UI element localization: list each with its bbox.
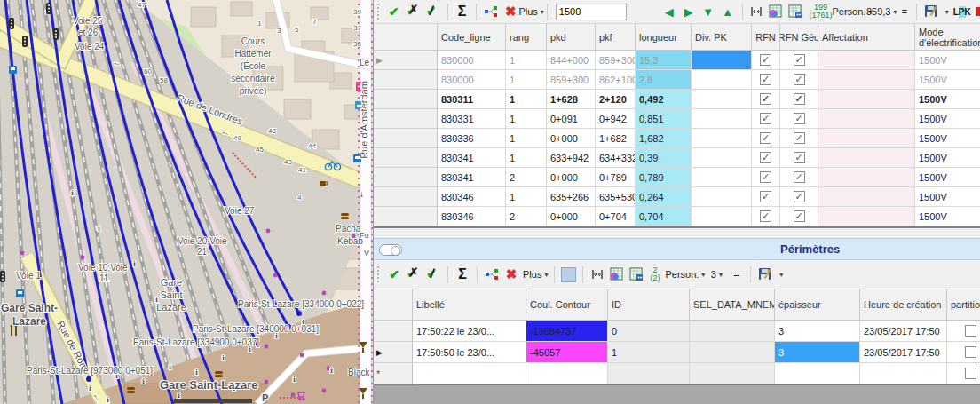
cell-longueur[interactable]: 0,704	[636, 207, 692, 226]
cell-id[interactable]: 0	[608, 321, 690, 342]
plus-menu-button[interactable]: Plus▾	[523, 265, 548, 283]
checkbox-checked[interactable]	[760, 171, 771, 183]
checkbox-checked[interactable]	[794, 54, 805, 66]
col-header-sel-data[interactable]: SEL_DATA_MNEM	[690, 289, 775, 321]
row-selector[interactable]: ▶	[374, 51, 438, 70]
cell-rfn[interactable]	[752, 90, 780, 109]
cell-div-pk[interactable]	[692, 90, 752, 109]
cell-id[interactable]: 1	[608, 342, 690, 363]
cell-pkf[interactable]: 862+100	[596, 70, 636, 90]
cell-mode[interactable]: 1500V	[915, 109, 980, 129]
col-header-coul-contour[interactable]: Coul. Contour	[526, 289, 608, 321]
table-row[interactable]: 830346 2 0+000 0+704 0,704 1500V	[374, 207, 980, 226]
cell-code[interactable]: 830341	[438, 148, 506, 168]
cell-rang[interactable]: 1	[506, 187, 547, 207]
row-selector[interactable]: ▶	[374, 342, 413, 363]
map-panel[interactable]: iiii iiii iiii iiii ii ← ← ← ← Voie 25 e…	[0, 0, 373, 404]
table-row[interactable]: ▶ 830000 1 844+000 859+300 15,3 1500V	[374, 51, 980, 70]
toolbar-grip[interactable]	[377, 266, 380, 282]
cell-rang[interactable]: 1	[506, 51, 547, 70]
cell-mode[interactable]: 1500V	[915, 187, 980, 207]
checkbox-checked[interactable]	[760, 210, 771, 222]
value-dropdown[interactable]: 3▾	[708, 265, 724, 283]
export-excel-color-button[interactable]	[609, 265, 625, 283]
row-header-corner[interactable]	[374, 289, 413, 321]
col-header-pkf[interactable]: pkf	[596, 24, 636, 51]
checkbox-checked[interactable]	[794, 132, 805, 144]
save-button[interactable]	[923, 3, 939, 20]
cell-heure[interactable]: 23/05/2017 17:50	[860, 321, 947, 342]
checkbox-checked[interactable]	[760, 152, 771, 163]
export-excel-id-button[interactable]	[628, 265, 644, 283]
cell-epaisseur-selected[interactable]: 3	[775, 342, 860, 363]
fit-columns-button[interactable]	[589, 265, 605, 283]
cell-div-pk[interactable]	[692, 70, 752, 90]
cell-mode[interactable]: 1500V	[915, 129, 980, 148]
cell-rang[interactable]: 1	[506, 148, 547, 168]
cell-heure[interactable]: 23/05/2017 17:50	[860, 342, 947, 363]
checkbox-checked[interactable]	[760, 54, 771, 66]
cell-rfn-geo[interactable]	[780, 168, 818, 187]
checkbox-unchecked[interactable]	[965, 325, 976, 337]
new-row[interactable]: *	[374, 363, 980, 384]
cell-affectation[interactable]	[818, 51, 915, 70]
sum-button[interactable]: Σ	[454, 265, 470, 283]
cell-id[interactable]	[608, 363, 690, 384]
col-header-pkd[interactable]: pkd	[547, 24, 596, 51]
table-row[interactable]: 17:50:22 le 23/0... -13684737 0 3 23/05/…	[374, 321, 980, 342]
checkbox-checked[interactable]	[760, 74, 771, 85]
cell-code[interactable]: 830346	[438, 207, 506, 226]
cell-pkf[interactable]: 634+332	[596, 148, 636, 168]
cell-affectation[interactable]	[818, 187, 915, 207]
checkbox-checked[interactable]	[794, 113, 805, 124]
col-header-affectation[interactable]: Affectation	[818, 24, 915, 51]
cell-affectation[interactable]	[818, 109, 915, 129]
cell-code[interactable]: 830336	[438, 129, 506, 148]
cell-pkf[interactable]: 859+300	[596, 51, 636, 70]
table-row[interactable]: 830311 1 1+628 2+120 0,492 1500V	[374, 90, 980, 109]
cell-affectation[interactable]	[818, 168, 915, 187]
cell-rfn-geo[interactable]	[780, 148, 818, 168]
cell-rfn[interactable]	[752, 109, 780, 129]
nav-next-button[interactable]: ▶	[681, 3, 697, 20]
cell-rfn-geo[interactable]	[780, 70, 818, 90]
row-selector[interactable]	[374, 187, 438, 207]
person-dropdown[interactable]: Person.▾	[837, 3, 866, 20]
cell-pkf[interactable]: 2+120	[596, 90, 636, 109]
cell-rfn-geo[interactable]	[780, 90, 818, 109]
cell-rang[interactable]: 1	[506, 129, 547, 148]
sum-button[interactable]: Σ	[454, 3, 470, 20]
cell-pkd[interactable]: 633+942	[547, 148, 596, 168]
col-header-id[interactable]: ID	[608, 289, 690, 321]
toolbar-grip[interactable]	[377, 4, 380, 20]
cell-coul-contour[interactable]: -45057	[526, 342, 608, 363]
cell-div-pk[interactable]	[692, 148, 752, 168]
cell-libelle[interactable]	[413, 363, 526, 384]
row-selector[interactable]	[374, 70, 438, 90]
cell-longueur[interactable]: 0,492	[636, 90, 692, 109]
col-header-div-pk[interactable]: Div. PK	[692, 24, 752, 51]
cell-pkd[interactable]: 1+628	[547, 90, 596, 109]
cell-longueur[interactable]: 0,264	[636, 187, 692, 207]
validate-cancel-button[interactable]: ✔✗	[406, 3, 422, 20]
cell-rfn-geo[interactable]	[780, 51, 818, 70]
cell-pkf[interactable]: 0+942	[596, 109, 636, 129]
color-swatch-button[interactable]	[561, 267, 576, 282]
cell-code[interactable]: 830000	[438, 70, 506, 90]
cell-code[interactable]: 830346	[438, 187, 506, 207]
filter-input[interactable]	[556, 4, 627, 20]
topology-button[interactable]	[484, 265, 500, 283]
cell-mode[interactable]: 1500V	[915, 51, 980, 70]
cell-rfn-geo[interactable]	[780, 129, 818, 148]
cell-coul-contour[interactable]	[526, 363, 608, 384]
cell-div-pk[interactable]	[692, 109, 752, 129]
checkbox-checked[interactable]	[760, 191, 771, 202]
cell-rfn[interactable]	[752, 129, 780, 148]
table-row[interactable]: 830341 2 0+000 0+789 0,789 1500V	[374, 168, 980, 187]
validate-cancel-button[interactable]: ✔✗	[406, 265, 422, 283]
row-header-corner[interactable]	[374, 24, 438, 51]
cell-rfn[interactable]	[752, 70, 780, 90]
col-header-code-ligne[interactable]: Code_ligne	[438, 24, 506, 51]
col-header-heure[interactable]: Heure de création	[860, 289, 947, 321]
delete-button[interactable]: ✖	[503, 265, 519, 283]
